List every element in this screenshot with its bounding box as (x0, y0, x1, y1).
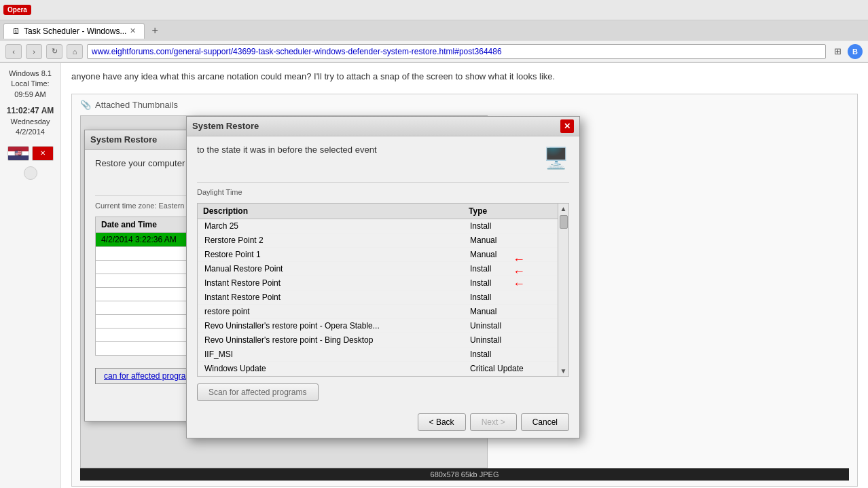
table-row[interactable]: Windows UpdateCritical Update (198, 361, 558, 375)
scroll-down-arrow[interactable]: ▼ (559, 366, 568, 376)
table-row[interactable]: Manual Restore PointInstall (198, 261, 558, 276)
us-flag: 🇺🇸 (7, 146, 29, 161)
thumbnails-section: 📎 Attached Thumbnails System Restore ✕ R… (71, 94, 858, 487)
large-dialog-icon: 🖥️ (542, 145, 569, 172)
forward-button[interactable]: › (26, 44, 42, 59)
large-dialog-close-button[interactable]: ✕ (560, 119, 574, 133)
attachment-icon: 📎 (80, 100, 91, 110)
row-desc-3: Manual Restore Point (198, 261, 463, 276)
flag-container: 🇺🇸 ✕ (7, 146, 54, 161)
cancel-button-large[interactable]: Cancel (521, 413, 569, 431)
tab-favicon: 🗓 (12, 26, 20, 36)
next-button-large[interactable]: Next > (470, 413, 517, 431)
red-arrow-3: ← (513, 277, 525, 291)
nav-bar: ‹ › ↻ ⌂ ⊞ B (0, 41, 868, 62)
large-dialog-title-bar: System Restore ✕ (187, 117, 579, 136)
browser-body: Windows 8.1 Local Time: 09:59 AM 11:02:4… (0, 63, 868, 488)
nav-icons: ⊞ B (830, 44, 863, 59)
refresh-button[interactable]: ↻ (46, 44, 62, 59)
row-desc-1: Rerstore Point 2 (198, 233, 463, 247)
large-dialog-title: System Restore (192, 121, 259, 131)
main-content: anyone have any idea what this arcane no… (61, 63, 868, 488)
thumbnails-title: Attached Thumbnails (95, 100, 178, 110)
row-desc-7: Revo Uninstaller's restore point - Opera… (198, 318, 463, 333)
sidebar: Windows 8.1 Local Time: 09:59 AM 11:02:4… (0, 63, 61, 488)
scan-affected-button-large[interactable]: Scan for affected programs (197, 383, 319, 401)
row-desc-6: restore point (198, 304, 463, 318)
table-row[interactable]: Restore Point 1Manual (198, 247, 558, 261)
row-type-2: Manual (463, 247, 558, 261)
clock-time: 11:02:47 AM (7, 105, 54, 117)
large-dialog-header-text: to the state it was in before the select… (197, 145, 535, 155)
back-button[interactable]: ‹ (5, 44, 22, 59)
row-type-4: Install (463, 276, 558, 290)
sidebar-info: Windows 8.1 Local Time: 09:59 AM (9, 69, 52, 100)
image-caption: 680x578 65kb JPEG (80, 468, 849, 481)
row-type-7: Uninstall (463, 318, 558, 333)
table-scrollbar[interactable]: ▲ ▼ (558, 204, 568, 376)
tab-bar: 🗓 Task Scheduler - Windows... ✕ + (0, 20, 868, 41)
small-dialog-title: System Restore (90, 134, 157, 145)
row-desc-4: Instant Restore Point (198, 276, 463, 290)
table-row[interactable]: restore pointManual (198, 304, 558, 318)
table-row[interactable]: March 25Install (198, 219, 558, 233)
sidebar-os: Windows 8.1 (9, 69, 52, 79)
tab-title: Task Scheduler - Windows... (24, 26, 126, 36)
row-desc-2: Restore Point 1 (198, 247, 463, 261)
row-desc-9: IIF_MSI (198, 347, 463, 361)
sidebar-circle (24, 166, 37, 180)
address-bar[interactable] (87, 44, 826, 59)
large-col-desc: Description (198, 204, 463, 219)
large-dialog-body: to the state it was in before the select… (187, 136, 579, 409)
thumbnails-header: 📎 Attached Thumbnails (80, 100, 849, 110)
sidebar-local-time: 09:59 AM (9, 90, 52, 100)
row-type-0: Install (463, 219, 558, 233)
row-desc-10: Windows Update (198, 361, 463, 375)
row-type-9: Install (463, 347, 558, 361)
row-type-3: Install (463, 261, 558, 276)
large-dialog-footer: Scan for affected programs (197, 383, 569, 401)
row-type-10: Critical Update (463, 361, 558, 375)
new-tab-button[interactable]: + (146, 22, 163, 39)
scroll-thumb[interactable] (560, 215, 568, 229)
row-type-8: Uninstall (463, 333, 558, 347)
table-row[interactable]: Rerstore Point 2Manual (198, 233, 558, 247)
row-type-1: Manual (463, 233, 558, 247)
browser-chrome: Opera 🗓 Task Scheduler - Windows... ✕ + … (0, 0, 868, 63)
row-desc-0: March 25 (198, 219, 463, 233)
clock-display: 11:02:47 AM Wednesday 4/2/2014 (7, 105, 54, 138)
opera-logo: Opera (3, 5, 31, 15)
clock-date: 4/2/2014 (7, 127, 54, 137)
user-icon[interactable]: B (848, 44, 863, 59)
sidebar-local-time-label: Local Time: (9, 79, 52, 89)
clock-day: Wednesday (7, 117, 54, 127)
system-restore-dialog-large: System Restore ✕ to the state it was in … (186, 116, 580, 438)
extensions-icon[interactable]: ⊞ (830, 44, 845, 59)
image-container: System Restore ✕ Restore your computer t… (80, 115, 488, 468)
title-bar-left: Opera (3, 5, 31, 15)
large-table-content: Description Type March 25InstallRerstore… (198, 204, 558, 376)
browser-tab[interactable]: 🗓 Task Scheduler - Windows... ✕ (3, 23, 145, 39)
title-bar: Opera (0, 0, 868, 20)
back-button-large[interactable]: < Back (418, 413, 466, 431)
row-type-6: Manual (463, 304, 558, 318)
tab-close-button[interactable]: ✕ (130, 26, 136, 35)
large-dialog-header: to the state it was in before the select… (197, 145, 569, 172)
table-row[interactable]: Instant Restore PointInstall (198, 290, 558, 304)
large-col-type: Type (463, 204, 558, 219)
table-row[interactable]: Revo Uninstaller's restore point - Opera… (198, 318, 558, 333)
home-button[interactable]: ⌂ (67, 44, 83, 59)
page-text: anyone have any idea what this arcane no… (71, 70, 858, 83)
red-flag: ✕ (32, 146, 54, 161)
large-timezone-text: Daylight Time (197, 182, 569, 196)
table-row[interactable]: Revo Uninstaller's restore point - Bing … (198, 333, 558, 347)
row-desc-5: Instant Restore Point (198, 290, 463, 304)
scroll-up-arrow[interactable]: ▲ (559, 204, 568, 214)
large-restore-table: Description Type March 25InstallRerstore… (198, 204, 558, 376)
restore-icon-large: 🖥️ (543, 146, 568, 170)
row-desc-8: Revo Uninstaller's restore point - Bing … (198, 333, 463, 347)
row-type-5: Install (463, 290, 558, 304)
large-dialog-button-row: < Back Next > Cancel (187, 409, 579, 438)
table-row[interactable]: Instant Restore PointInstall (198, 276, 558, 290)
table-row[interactable]: IIF_MSIInstall (198, 347, 558, 361)
